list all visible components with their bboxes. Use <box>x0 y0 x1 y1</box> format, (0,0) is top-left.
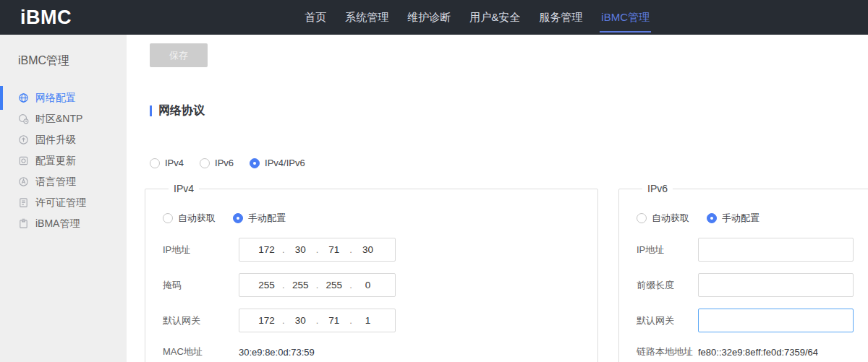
section-title-text: 网络协议 <box>158 103 205 118</box>
ipv6-mode-radio-group: 自动获取 手动配置 <box>637 212 868 225</box>
protocol-radio-group: IPv4 IPv6 IPv4/IPv6 <box>150 158 868 168</box>
radio-label: IPv4/IPv6 <box>265 158 305 168</box>
ipv6-ip-label: IP地址 <box>637 244 698 257</box>
nav-item-ibmc-management[interactable]: iBMC管理 <box>600 0 651 35</box>
timezone-clock-icon <box>18 113 29 124</box>
ip-octet[interactable]: 71 <box>318 244 349 255</box>
sidebar-item-network-config[interactable]: 网络配置 <box>0 87 127 108</box>
ibma-box-icon <box>18 218 29 229</box>
ipv6-ip-input[interactable] <box>698 238 854 262</box>
ipv4-mac-label: MAC地址 <box>163 345 239 358</box>
sidebar-item-label: 时区&NTP <box>35 113 82 126</box>
ipv4-gateway-input[interactable]: 172 30 71 1 <box>239 309 396 332</box>
ipv6-prefix-row: 前缀长度 <box>637 273 868 297</box>
nav-item-system[interactable]: 系统管理 <box>344 0 390 35</box>
ipv4-fieldset: IPv4 自动获取 手动配置 IP地址 172 30 71 30 <box>145 183 598 362</box>
ipv4-mask-label: 掩码 <box>163 279 239 292</box>
radio-label: 自动获取 <box>178 212 216 225</box>
sidebar-item-label: 固件升级 <box>35 134 76 147</box>
section-title-accent-bar <box>150 105 152 116</box>
ipv6-linklocal-row: 链路本地地址 fe80::32e9:8eff:fe0d:7359/64 <box>637 345 868 358</box>
sidebar-item-license[interactable]: 许可证管理 <box>0 192 127 213</box>
ipv4-mac-value: 30:e9:8e:0d:73:59 <box>239 347 315 358</box>
radio-ipv6[interactable]: IPv6 <box>200 158 234 168</box>
ip-octet[interactable]: 255 <box>251 280 282 290</box>
radio-ipv4-ipv6[interactable]: IPv4/IPv6 <box>250 158 305 168</box>
sidebar-item-label: 语言管理 <box>35 176 76 189</box>
ip-octet[interactable]: 1 <box>352 315 383 326</box>
ipv4-mask-row: 掩码 255 255 255 0 <box>163 273 580 297</box>
sidebar-menu: 网络配置 时区&NTP 固件升级 配置更新 <box>0 87 127 234</box>
ipv6-prefix-label: 前缀长度 <box>637 279 698 292</box>
sidebar-item-language[interactable]: 语言管理 <box>0 171 127 192</box>
ip-octet[interactable]: 172 <box>251 315 282 326</box>
ipv4-mask-input[interactable]: 255 255 255 0 <box>239 273 396 297</box>
ip-octet[interactable]: 30 <box>352 244 383 255</box>
ipv6-gateway-input-focused[interactable] <box>698 309 854 332</box>
radio-circle-selected[interactable] <box>233 213 243 223</box>
ip-octet[interactable]: 30 <box>285 315 316 326</box>
main-content: 保存 网络协议 IPv4 IPv6 IPv4/IPv6 IPv4 自动获取 <box>127 35 868 362</box>
sidebar-item-label: 网络配置 <box>35 92 76 105</box>
section-title-network-protocol: 网络协议 <box>150 103 868 118</box>
radio-circle[interactable] <box>163 213 173 223</box>
ip-octet[interactable]: 30 <box>285 244 316 255</box>
ipv4-legend: IPv4 <box>169 183 199 194</box>
radio-circle[interactable] <box>150 158 160 168</box>
radio-label: IPv6 <box>215 158 234 168</box>
protocol-fieldsets: IPv4 自动获取 手动配置 IP地址 172 30 71 30 <box>145 183 868 362</box>
ipv4-gateway-row: 默认网关 172 30 71 1 <box>163 309 580 332</box>
top-header: iBMC 首页 系统管理 维护诊断 用户&安全 服务管理 iBMC管理 <box>0 0 868 35</box>
radio-circle-selected[interactable] <box>707 213 717 223</box>
radio-label: 手动配置 <box>248 212 286 225</box>
ibmc-logo: iBMC <box>20 7 72 29</box>
ipv6-ip-row: IP地址 <box>637 238 868 262</box>
sidebar: iBMC管理 网络配置 时区&NTP 固件升级 <box>0 35 127 362</box>
ipv4-radio-auto[interactable]: 自动获取 <box>163 212 216 225</box>
sidebar-item-ibma[interactable]: iBMA管理 <box>0 213 127 234</box>
ipv6-gateway-label: 默认网关 <box>637 314 698 327</box>
ipv4-radio-manual[interactable]: 手动配置 <box>233 212 286 225</box>
sidebar-item-timezone-ntp[interactable]: 时区&NTP <box>0 108 127 129</box>
ipv6-radio-manual[interactable]: 手动配置 <box>707 212 760 225</box>
ipv6-linklocal-value: fe80::32e9:8eff:fe0d:7359/64 <box>698 347 818 358</box>
sidebar-item-config-update[interactable]: 配置更新 <box>0 150 127 171</box>
ip-octet[interactable]: 255 <box>285 280 316 290</box>
ip-octet[interactable]: 255 <box>318 280 349 290</box>
radio-label: IPv4 <box>165 158 184 168</box>
ip-octet[interactable]: 0 <box>352 280 383 290</box>
ipv4-ip-label: IP地址 <box>163 244 239 257</box>
nav-item-home[interactable]: 首页 <box>303 0 328 35</box>
ipv4-mode-radio-group: 自动获取 手动配置 <box>163 212 580 225</box>
main-nav: 首页 系统管理 维护诊断 用户&安全 服务管理 iBMC管理 <box>303 0 651 35</box>
ipv6-fieldset: IPv6 自动获取 手动配置 IP地址 前缀长度 默认 <box>618 183 868 362</box>
ipv6-prefix-input[interactable] <box>698 273 854 297</box>
nav-item-maintenance[interactable]: 维护诊断 <box>406 0 452 35</box>
radio-label: 自动获取 <box>652 212 689 225</box>
ipv6-gateway-row: 默认网关 <box>637 309 868 332</box>
ipv6-linklocal-label: 链路本地地址 <box>637 345 698 358</box>
radio-label: 手动配置 <box>722 212 760 225</box>
ipv6-radio-auto[interactable]: 自动获取 <box>637 212 689 225</box>
ip-octet[interactable]: 71 <box>318 315 349 326</box>
radio-circle[interactable] <box>200 158 210 168</box>
save-button[interactable]: 保存 <box>150 43 208 67</box>
ipv4-ip-input[interactable]: 172 30 71 30 <box>239 238 396 262</box>
nav-item-services[interactable]: 服务管理 <box>537 0 584 35</box>
ipv4-gateway-label: 默认网关 <box>163 314 239 327</box>
radio-circle[interactable] <box>637 213 647 223</box>
nav-item-user-security[interactable]: 用户&安全 <box>468 0 522 35</box>
sidebar-item-firmware-upgrade[interactable]: 固件升级 <box>0 129 127 150</box>
license-doc-icon <box>18 197 29 208</box>
sidebar-item-label: 配置更新 <box>35 155 76 168</box>
sidebar-item-label: 许可证管理 <box>35 197 86 210</box>
radio-ipv4[interactable]: IPv4 <box>150 158 184 168</box>
ip-octet[interactable]: 172 <box>251 244 282 255</box>
sidebar-title: iBMC管理 <box>0 35 127 69</box>
globe-icon <box>18 92 29 103</box>
radio-circle-selected[interactable] <box>250 158 260 168</box>
ipv4-mac-row: MAC地址 30:e9:8e:0d:73:59 <box>163 345 580 358</box>
upgrade-arrow-icon <box>18 134 29 145</box>
ipv4-ip-row: IP地址 172 30 71 30 <box>163 238 580 262</box>
language-icon <box>18 176 29 187</box>
